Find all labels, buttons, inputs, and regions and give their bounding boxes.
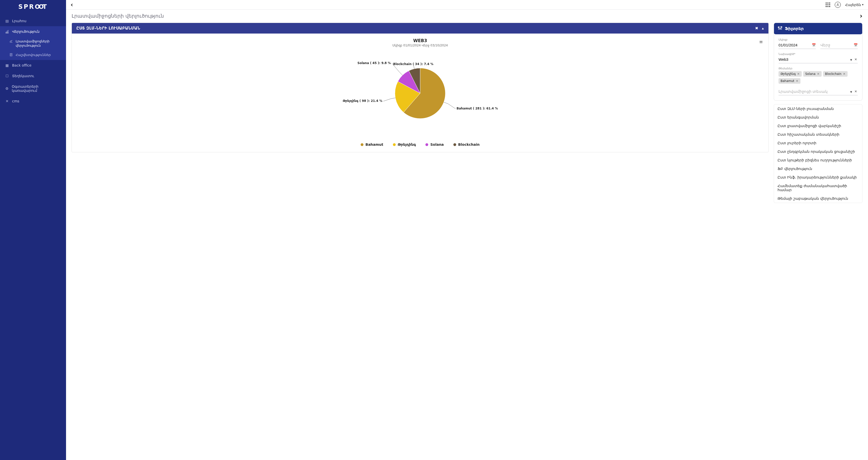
clear-icon[interactable]: ✕	[855, 89, 857, 93]
chip-remove-icon[interactable]: ✕	[797, 72, 800, 76]
sidebar-item-analytics[interactable]: Վերլուծություն	[0, 26, 66, 37]
report-type-item[interactable]: Ըստ լրատվամիջոցի վարկանիշի	[774, 121, 862, 130]
legend-label: Թրեյդինգ	[398, 143, 416, 146]
report-type-item[interactable]: Ըստ երանգավորման	[774, 113, 862, 121]
pie-slice-label: Solana ( 45 ): 9.8 %	[358, 61, 391, 65]
pie-slice-label: Bahamut ( 281 ): 61.4 %	[457, 107, 498, 110]
main-column: ‹ Հայերեն ▾ Լրատվամիջոցների վերլուծությո…	[66, 0, 868, 460]
report-type-item[interactable]: Ըստ նյութերի բիզնես ուղղությունների	[774, 156, 862, 165]
svg-point-1	[837, 3, 838, 5]
report-type-item[interactable]: Ըստ ԶԼՄ-ների լուսաբանման	[774, 105, 862, 113]
legend-swatch	[361, 143, 364, 146]
report-type-item[interactable]: Ըստ հիշատակման տեսակների	[774, 130, 862, 139]
legend-item[interactable]: Bahamut	[361, 143, 383, 146]
chip-remove-icon[interactable]: ✕	[817, 72, 819, 76]
linechart-icon	[9, 39, 13, 44]
chip-label: Թրեյդինգ	[780, 72, 796, 76]
sidebar-subitem-reports[interactable]: Հաշվետվություններ	[0, 51, 66, 60]
project-select[interactable]	[778, 56, 858, 63]
sidebar: SPROOT ▤ Լրահոս Վերլուծություն Լրատվամիջ…	[0, 0, 66, 460]
chip-remove-icon[interactable]: ✕	[796, 79, 799, 83]
legend-label: Blockchain	[458, 143, 479, 146]
legend-item[interactable]: Solana	[426, 143, 443, 146]
analytics-icon	[5, 30, 9, 33]
language-picker[interactable]: Հայերեն ▾	[845, 3, 864, 7]
legend-item[interactable]: Blockchain	[454, 143, 479, 146]
language-label: Հայերեն	[845, 3, 861, 7]
topic-chip[interactable]: Solana✕	[803, 71, 822, 77]
back-button[interactable]: ‹	[70, 2, 73, 8]
filter-title: Ֆիլտրեր	[785, 26, 804, 31]
calendar-icon[interactable]: 📅	[812, 43, 816, 47]
end-date-input[interactable]	[820, 42, 858, 49]
card-body: WEB3 Սկիզբ 01/01/2024 Վերջ 03/10/2024 ≡ …	[72, 33, 769, 152]
filter-header: Ֆիլտրեր	[774, 23, 863, 34]
topic-chips: Թրեյդինգ✕Solana✕Blockchain✕Bahamut✕	[778, 71, 858, 84]
report-type-item[interactable]: Ըստ ընդգրկման որակական ցուցանիշի	[774, 147, 862, 156]
sidebar-item-label: Վերլուծություն	[12, 29, 39, 33]
svg-point-3	[779, 28, 780, 29]
report-type-list: Ըստ ԶԼՄ-ների լուսաբանմանԸստ երանգավորման…	[774, 104, 863, 203]
calendar-icon: ☐	[5, 74, 9, 78]
sidebar-subitem-label: Լրատվամիջոցների վերլուծություն	[16, 39, 61, 48]
sidebar-item-cms[interactable]: ✕ cms	[0, 96, 66, 107]
feed-icon: ▤	[5, 19, 9, 23]
clear-icon[interactable]: ✕	[855, 57, 857, 61]
right-column: Ֆիլտրեր Սկիզբ 📅 Վերջ 📅	[774, 23, 863, 203]
sidebar-item-backoffice[interactable]: ▦ Back office	[0, 60, 66, 70]
media-type-select[interactable]	[778, 88, 858, 95]
chart-legend: BahamutԹրեյդինգSolanaBlockchain	[78, 143, 763, 146]
legend-label: Solana	[430, 143, 443, 146]
page-title: Լրատվամիջոցների վերլուծություն	[71, 13, 164, 19]
chip-remove-icon[interactable]: ✕	[843, 72, 845, 76]
document-icon	[9, 53, 13, 57]
report-type-item[interactable]: Ըստ լուրերի ոլորտի	[774, 139, 862, 147]
report-type-item[interactable]: ՖԲ վերլուծություն	[774, 165, 862, 173]
sidebar-subitem-media-analysis[interactable]: Լրատվամիջոցների վերլուծություն	[0, 37, 66, 51]
sidebar-nav: ▤ Լրահոս Վերլուծություն Լրատվամիջոցների …	[0, 13, 66, 107]
gear-icon: ⚙	[5, 86, 9, 90]
report-type-item[interactable]: Համեմատեք ժամանակահատվածի համար	[774, 181, 862, 194]
building-icon: ▦	[5, 63, 9, 67]
legend-swatch	[393, 143, 396, 146]
chip-label: Solana	[805, 72, 815, 76]
filter-media-type: ▼ ✕	[778, 88, 858, 95]
card-close-icon[interactable]: ✖	[755, 26, 758, 30]
report-type-item[interactable]: Ըստ Ինֆ. իրադարձությունների քանակի	[774, 173, 862, 181]
chip-label: Bahamut	[780, 79, 795, 83]
chevron-down-icon[interactable]: ▼	[850, 58, 852, 61]
sidebar-item-users[interactable]: ⚙ Օգտատերերի կառավարում	[0, 81, 66, 96]
filter-start-date: Սկիզբ 📅	[778, 38, 816, 49]
svg-point-2	[778, 27, 779, 28]
field-label: Թեմաներ	[778, 67, 858, 70]
tools-icon: ✕	[5, 99, 9, 103]
pie-slice-label: Թրեյդինգ ( 98 ): 21.4 %	[343, 99, 382, 103]
chip-label: Blockchain	[825, 72, 841, 76]
apps-grid-icon[interactable]	[826, 2, 830, 7]
calendar-icon[interactable]: 📅	[854, 43, 858, 47]
sidebar-item-label: Տեղեկատու	[12, 74, 34, 78]
chart-menu-icon[interactable]: ≡	[759, 39, 763, 45]
filter-panel: Ֆիլտրեր Սկիզբ 📅 Վերջ 📅	[774, 23, 863, 100]
legend-swatch	[454, 143, 456, 146]
report-type-item[interactable]: Թեմայի շաբաթական վերլուծություն	[774, 194, 862, 203]
topic-chip[interactable]: Թրեյդինգ✕	[778, 71, 802, 77]
user-avatar[interactable]	[835, 2, 841, 8]
sidebar-item-feed[interactable]: ▤ Լրահոս	[0, 16, 66, 26]
page-header: Լրատվամիջոցների վերլուծություն ›	[66, 9, 868, 23]
sidebar-item-reference[interactable]: ☐ Տեղեկատու	[0, 70, 66, 81]
filter-end-date: Վերջ 📅	[820, 38, 858, 49]
collapse-right-button[interactable]: ›	[860, 12, 863, 20]
topbar: ‹ Հայերեն ▾	[66, 0, 868, 9]
svg-point-4	[781, 27, 782, 28]
sidebar-subitem-label: Հաշվետվություններ	[16, 53, 51, 57]
sidebar-item-label: Օգտատերերի կառավարում	[12, 85, 61, 92]
topic-chip[interactable]: Blockchain✕	[823, 71, 847, 77]
topic-chip[interactable]: Bahamut✕	[778, 78, 801, 84]
legend-item[interactable]: Թրեյդինգ	[393, 143, 416, 146]
start-date-input[interactable]	[778, 42, 816, 49]
card-collapse-icon[interactable]: ▴	[762, 26, 764, 30]
filter-topics: Թեմաներ Թրեյդինգ✕Solana✕Blockchain✕Baham…	[778, 67, 858, 84]
filter-project: Նախագիծ* ▼ ✕	[778, 53, 858, 63]
chevron-down-icon[interactable]: ▼	[850, 90, 852, 93]
